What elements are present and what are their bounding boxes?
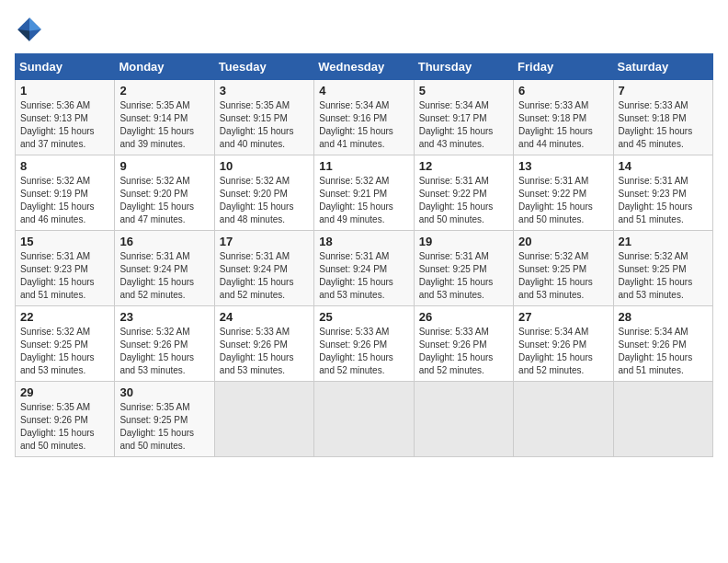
day-info: Sunrise: 5:33 AM Sunset: 9:18 PM Dayligh…	[619, 99, 708, 151]
weekday-header: Monday	[115, 54, 214, 80]
calendar-cell: 27Sunrise: 5:34 AM Sunset: 9:26 PM Dayli…	[514, 306, 613, 382]
day-number: 18	[319, 235, 408, 248]
calendar-cell	[613, 382, 712, 457]
day-number: 6	[518, 84, 608, 98]
day-number: 2	[119, 84, 209, 98]
day-info: Sunrise: 5:34 AM Sunset: 9:17 PM Dayligh…	[419, 99, 508, 151]
day-number: 5	[419, 84, 508, 98]
day-info: Sunrise: 5:33 AM Sunset: 9:26 PM Dayligh…	[319, 326, 408, 377]
calendar-cell: 9Sunrise: 5:32 AM Sunset: 9:20 PM Daylig…	[115, 155, 214, 231]
day-number: 27	[518, 310, 608, 324]
weekday-header: Friday	[514, 54, 613, 80]
calendar-cell: 28Sunrise: 5:34 AM Sunset: 9:26 PM Dayli…	[613, 306, 712, 382]
day-info: Sunrise: 5:32 AM Sunset: 9:19 PM Dayligh…	[20, 175, 109, 226]
calendar-cell: 29Sunrise: 5:35 AM Sunset: 9:26 PM Dayli…	[16, 382, 115, 457]
calendar-cell: 17Sunrise: 5:31 AM Sunset: 9:24 PM Dayli…	[214, 231, 313, 306]
day-number: 10	[220, 159, 309, 173]
day-info: Sunrise: 5:31 AM Sunset: 9:24 PM Dayligh…	[319, 250, 408, 302]
calendar-week-row: 15Sunrise: 5:31 AM Sunset: 9:23 PM Dayli…	[16, 231, 713, 306]
day-number: 20	[518, 235, 608, 248]
day-number: 7	[619, 84, 708, 98]
day-number: 28	[619, 310, 708, 324]
calendar-week-row: 29Sunrise: 5:35 AM Sunset: 9:26 PM Dayli…	[16, 382, 713, 457]
day-number: 17	[220, 235, 309, 248]
day-info: Sunrise: 5:35 AM Sunset: 9:25 PM Dayligh…	[119, 401, 209, 453]
day-info: Sunrise: 5:35 AM Sunset: 9:15 PM Dayligh…	[220, 99, 309, 151]
logo	[15, 15, 48, 44]
day-info: Sunrise: 5:32 AM Sunset: 9:25 PM Dayligh…	[20, 326, 109, 377]
calendar-cell	[214, 382, 313, 457]
day-info: Sunrise: 5:31 AM Sunset: 9:22 PM Dayligh…	[518, 175, 608, 226]
day-info: Sunrise: 5:32 AM Sunset: 9:26 PM Dayligh…	[119, 326, 209, 377]
day-info: Sunrise: 5:31 AM Sunset: 9:25 PM Dayligh…	[419, 250, 508, 302]
svg-marker-2	[17, 29, 29, 41]
day-info: Sunrise: 5:35 AM Sunset: 9:14 PM Dayligh…	[119, 99, 209, 151]
calendar-table: SundayMondayTuesdayWednesdayThursdayFrid…	[15, 53, 713, 457]
calendar-week-row: 8Sunrise: 5:32 AM Sunset: 9:19 PM Daylig…	[16, 155, 713, 231]
calendar-cell: 10Sunrise: 5:32 AM Sunset: 9:20 PM Dayli…	[214, 155, 313, 231]
calendar-cell	[314, 382, 414, 457]
page-header	[15, 15, 713, 44]
day-number: 15	[20, 235, 109, 248]
day-info: Sunrise: 5:31 AM Sunset: 9:24 PM Dayligh…	[220, 250, 309, 302]
day-info: Sunrise: 5:33 AM Sunset: 9:26 PM Dayligh…	[419, 326, 508, 377]
day-number: 13	[518, 159, 608, 173]
day-number: 29	[20, 385, 109, 399]
weekday-header: Wednesday	[314, 54, 414, 80]
day-number: 11	[319, 159, 408, 173]
calendar-cell: 8Sunrise: 5:32 AM Sunset: 9:19 PM Daylig…	[16, 155, 115, 231]
day-number: 1	[20, 84, 109, 98]
calendar-cell: 11Sunrise: 5:32 AM Sunset: 9:21 PM Dayli…	[314, 155, 414, 231]
calendar-cell: 4Sunrise: 5:34 AM Sunset: 9:16 PM Daylig…	[314, 80, 414, 155]
svg-marker-1	[29, 17, 41, 30]
day-info: Sunrise: 5:35 AM Sunset: 9:26 PM Dayligh…	[20, 401, 109, 453]
calendar-cell: 2Sunrise: 5:35 AM Sunset: 9:14 PM Daylig…	[115, 80, 214, 155]
calendar-cell: 13Sunrise: 5:31 AM Sunset: 9:22 PM Dayli…	[514, 155, 613, 231]
day-info: Sunrise: 5:31 AM Sunset: 9:23 PM Dayligh…	[20, 250, 109, 302]
calendar-cell: 25Sunrise: 5:33 AM Sunset: 9:26 PM Dayli…	[314, 306, 414, 382]
calendar-cell: 22Sunrise: 5:32 AM Sunset: 9:25 PM Dayli…	[16, 306, 115, 382]
calendar-cell: 3Sunrise: 5:35 AM Sunset: 9:15 PM Daylig…	[214, 80, 313, 155]
day-info: Sunrise: 5:32 AM Sunset: 9:25 PM Dayligh…	[518, 250, 608, 302]
day-info: Sunrise: 5:36 AM Sunset: 9:13 PM Dayligh…	[20, 99, 109, 151]
day-info: Sunrise: 5:34 AM Sunset: 9:26 PM Dayligh…	[518, 326, 608, 377]
day-number: 19	[419, 235, 508, 248]
calendar-cell: 6Sunrise: 5:33 AM Sunset: 9:18 PM Daylig…	[514, 80, 613, 155]
day-number: 25	[319, 310, 408, 324]
day-number: 23	[119, 310, 209, 324]
calendar-cell: 12Sunrise: 5:31 AM Sunset: 9:22 PM Dayli…	[414, 155, 513, 231]
calendar-week-row: 1Sunrise: 5:36 AM Sunset: 9:13 PM Daylig…	[16, 80, 713, 155]
day-number: 9	[119, 159, 209, 173]
day-info: Sunrise: 5:32 AM Sunset: 9:20 PM Dayligh…	[119, 175, 209, 226]
day-info: Sunrise: 5:31 AM Sunset: 9:24 PM Dayligh…	[119, 250, 209, 302]
day-number: 14	[619, 159, 708, 173]
day-number: 3	[220, 84, 309, 98]
calendar-cell: 30Sunrise: 5:35 AM Sunset: 9:25 PM Dayli…	[115, 382, 214, 457]
day-number: 8	[20, 159, 109, 173]
weekday-header: Sunday	[16, 54, 115, 80]
weekday-header-row: SundayMondayTuesdayWednesdayThursdayFrid…	[16, 54, 713, 80]
calendar-cell	[414, 382, 513, 457]
day-info: Sunrise: 5:31 AM Sunset: 9:23 PM Dayligh…	[619, 175, 708, 226]
day-number: 4	[319, 84, 408, 98]
day-info: Sunrise: 5:34 AM Sunset: 9:16 PM Dayligh…	[319, 99, 408, 151]
weekday-header: Tuesday	[214, 54, 313, 80]
calendar-cell: 24Sunrise: 5:33 AM Sunset: 9:26 PM Dayli…	[214, 306, 313, 382]
calendar-cell: 18Sunrise: 5:31 AM Sunset: 9:24 PM Dayli…	[314, 231, 414, 306]
calendar-cell: 5Sunrise: 5:34 AM Sunset: 9:17 PM Daylig…	[414, 80, 513, 155]
day-number: 24	[220, 310, 309, 324]
day-info: Sunrise: 5:32 AM Sunset: 9:20 PM Dayligh…	[220, 175, 309, 226]
weekday-header: Thursday	[414, 54, 513, 80]
day-number: 16	[119, 235, 209, 248]
day-number: 30	[119, 385, 209, 399]
day-number: 12	[419, 159, 508, 173]
calendar-cell: 20Sunrise: 5:32 AM Sunset: 9:25 PM Dayli…	[514, 231, 613, 306]
day-number: 26	[419, 310, 508, 324]
day-info: Sunrise: 5:33 AM Sunset: 9:26 PM Dayligh…	[220, 326, 309, 377]
calendar-cell: 15Sunrise: 5:31 AM Sunset: 9:23 PM Dayli…	[16, 231, 115, 306]
day-info: Sunrise: 5:31 AM Sunset: 9:22 PM Dayligh…	[419, 175, 508, 226]
calendar-cell: 19Sunrise: 5:31 AM Sunset: 9:25 PM Dayli…	[414, 231, 513, 306]
calendar-cell: 1Sunrise: 5:36 AM Sunset: 9:13 PM Daylig…	[16, 80, 115, 155]
weekday-header: Saturday	[613, 54, 712, 80]
calendar-week-row: 22Sunrise: 5:32 AM Sunset: 9:25 PM Dayli…	[16, 306, 713, 382]
